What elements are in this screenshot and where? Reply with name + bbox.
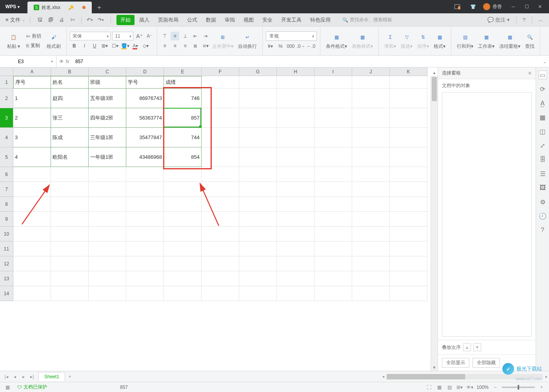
cell-J7[interactable] [352,182,390,197]
copy-button[interactable]: ⎘ 复制 [25,42,43,50]
border-button[interactable]: ⊞▾ [100,42,109,50]
cell-J2[interactable] [352,89,390,108]
cell-H1[interactable] [277,76,314,89]
rail-gear-icon[interactable]: ⚙ [538,198,547,206]
row-header-5[interactable]: 5 [0,147,13,167]
hscroll-right-button[interactable]: ▸ [544,374,549,379]
row-header-9[interactable]: 9 [0,212,13,227]
rail-history-icon[interactable]: 🕘 [538,212,547,220]
cell-E7[interactable] [164,182,202,197]
cell-B1[interactable]: 姓名 [51,76,89,89]
cell-C10[interactable] [89,227,126,241]
cell-J11[interactable] [352,241,390,256]
tab-pagelayout[interactable]: 页面布局 [154,15,182,25]
cell-H11[interactable] [277,241,314,256]
save-icon[interactable]: 🖫 [36,16,44,24]
sheet-last-button[interactable]: ▸| [28,373,36,381]
hscroll-left-button[interactable]: ◂ [380,374,386,379]
indent-increase-button[interactable]: ⇥ [201,32,210,40]
row-header-3[interactable]: 3 [0,108,13,128]
cell-F14[interactable] [202,286,239,301]
format-brush-button[interactable]: 🖌格式刷 [44,33,63,50]
cell-D11[interactable] [126,241,164,256]
cell-F4[interactable] [202,128,239,147]
cell-A10[interactable] [13,227,51,241]
cell-B14[interactable] [51,286,89,301]
cell-H6[interactable] [277,167,314,182]
tab-special[interactable]: 特色应用 [306,15,334,25]
cell-G12[interactable] [239,256,277,271]
cell-K3[interactable] [390,108,427,128]
cell-E5[interactable]: 854 [164,147,202,167]
col-header-D[interactable]: D [126,67,164,76]
col-header-K[interactable]: K [390,67,427,76]
cell-K7[interactable] [390,182,427,197]
font-grow-button[interactable]: A⁺ [135,32,144,40]
cell-I9[interactable] [314,212,352,227]
undo-icon[interactable]: ↶ ▾ [85,16,94,24]
cell-B6[interactable] [51,167,89,182]
selection-pane-list[interactable] [442,92,532,337]
cell-F9[interactable] [202,212,239,227]
cell-B10[interactable] [51,227,89,241]
cell-C5[interactable]: 一年级1班 [89,147,126,167]
percent-button[interactable]: % [276,42,285,51]
cell-G8[interactable] [239,197,277,212]
doc-protection-status[interactable]: 🛡文档已保护 [17,384,47,390]
col-header-H[interactable]: H [277,67,314,76]
cell-C14[interactable] [89,286,126,301]
cell-B12[interactable] [51,256,89,271]
cell-D13[interactable] [126,271,164,286]
col-header-J[interactable]: J [352,67,390,76]
cell-B3[interactable]: 张三 [51,108,89,128]
cell-K12[interactable] [390,256,427,271]
cell-F11[interactable] [202,241,239,256]
row-header-13[interactable]: 13 [0,271,13,286]
close-pane-button[interactable]: ✕ [528,71,532,76]
row-header-14[interactable]: 14 [0,286,13,301]
find-button[interactable]: 🔍查找 [523,33,537,50]
cell-I10[interactable] [314,227,352,241]
cell-I5[interactable] [314,147,352,167]
cell-F12[interactable] [202,256,239,271]
row-header-4[interactable]: 4 [0,128,13,147]
print-icon[interactable]: 🖨 [58,16,66,24]
cell-F2[interactable] [202,89,239,108]
cell-G1[interactable] [239,76,277,89]
link-icon[interactable]: 👁 [59,59,64,64]
font-name-select[interactable]: 宋体 [70,32,111,40]
cell-F1[interactable] [202,76,239,89]
calendar-icon[interactable]: 1 [452,1,463,12]
sort-button[interactable]: ⇅排序▾ [415,33,431,50]
col-header-F[interactable]: F [202,67,239,76]
cell-F13[interactable] [202,271,239,286]
cell-K8[interactable] [390,197,427,212]
rail-chart-icon[interactable]: ◫ [538,127,547,136]
fill-color-button[interactable]: 🪣▾ [121,42,129,50]
view-normal-icon[interactable]: ▦ [436,384,443,391]
apparel-icon[interactable]: 👕 [467,1,478,12]
hscroll-thumb[interactable] [387,374,465,379]
select-all-corner[interactable] [0,67,13,76]
col-header-B[interactable]: B [51,67,89,76]
rail-expand-icon[interactable]: ⤢ [538,141,547,150]
align-top-button[interactable]: ⊤ [160,32,169,40]
rail-image-icon[interactable]: 🖼 [538,183,547,192]
close-button[interactable]: ✕ [533,1,547,12]
redo-icon[interactable]: ↷ ▾ [96,16,105,24]
cell-B5[interactable]: 欧阳名 [51,147,89,167]
cell-E13[interactable] [164,271,202,286]
scroll-down-button[interactable]: ▼ [431,364,438,371]
tab-insert[interactable]: 插入 [135,15,153,25]
app-logo[interactable]: WPS▾ [0,4,25,9]
cell-K11[interactable] [390,241,427,256]
cell-I2[interactable] [314,89,352,108]
cell-J13[interactable] [352,271,390,286]
command-search[interactable]: 🔍 查找命令、搜索模板 [342,16,392,23]
cell-K10[interactable] [390,227,427,241]
cell-E1[interactable]: 成绩 [164,76,202,89]
view-page-icon[interactable]: ▤ [446,384,453,391]
rail-style-icon[interactable]: A̲ [538,99,547,107]
cell-J9[interactable] [352,212,390,227]
cell-E6[interactable] [164,167,202,182]
